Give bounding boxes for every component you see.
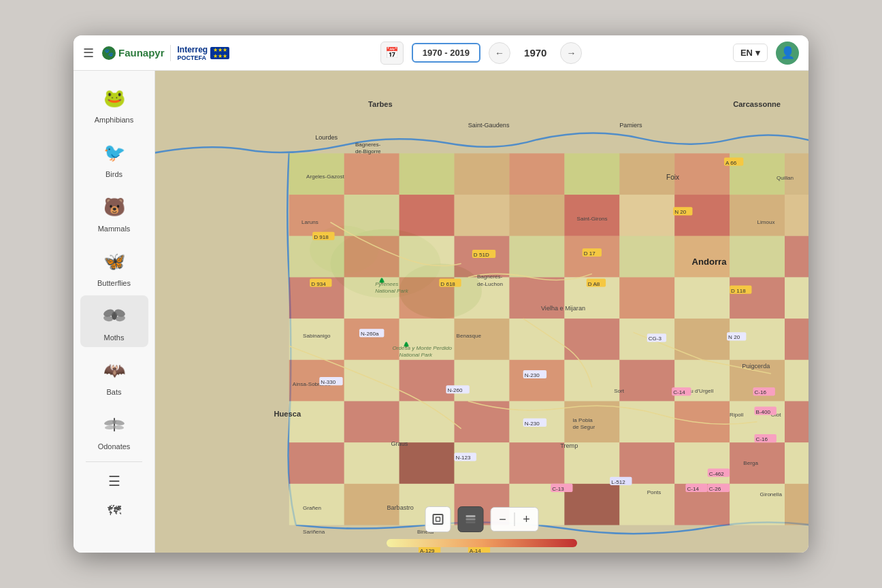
language-button[interactable]: EN ▾ [733, 44, 768, 62]
svg-text:N 20: N 20 [728, 334, 740, 340]
svg-text:C-16: C-16 [755, 389, 767, 395]
svg-rect-81 [619, 401, 674, 442]
svg-rect-30 [564, 195, 619, 236]
sidebar-item-moths[interactable]: Moths [80, 295, 148, 347]
sidebar-map-button[interactable]: 🗺 [80, 497, 148, 524]
svg-text:Huesca: Huesca [274, 410, 301, 418]
svg-rect-75 [289, 401, 344, 442]
svg-rect-39 [509, 236, 564, 278]
user-avatar[interactable]: 👤 [776, 42, 799, 65]
svg-text:N-330: N-330 [321, 379, 336, 385]
svg-rect-87 [399, 442, 455, 484]
svg-text:B-400: B-400 [756, 409, 771, 415]
svg-text:Ripoll: Ripoll [730, 412, 743, 418]
svg-text:🌲: 🌲 [403, 341, 410, 348]
svg-rect-84 [785, 401, 808, 442]
svg-text:Saint-Gaudens: Saint-Gaudens [468, 122, 510, 129]
map-icon: 🗺 [108, 503, 121, 519]
sidebar-item-birds[interactable]: 🐦 Birds [80, 132, 148, 184]
date-range-button[interactable]: 1970 - 2019 [412, 43, 480, 63]
svg-text:Ponts: Ponts [647, 489, 662, 495]
svg-rect-53 [730, 277, 785, 318]
svg-rect-31 [619, 195, 674, 236]
svg-rect-52 [674, 277, 730, 318]
svg-rect-17 [399, 153, 455, 195]
sidebar-item-amphibians[interactable]: 🐸 Amphibians [80, 78, 148, 129]
svg-text:C-14: C-14 [673, 389, 685, 395]
svg-rect-70 [564, 360, 619, 402]
svg-text:Limoux: Limoux [757, 219, 775, 225]
map-area[interactable]: Tarbes Carcassonne Lourdes Bagneres-de-B… [155, 71, 808, 553]
svg-rect-215 [466, 515, 476, 517]
svg-rect-43 [730, 236, 785, 278]
svg-rect-85 [289, 442, 344, 484]
sidebar-list-button[interactable]: ☰ [80, 468, 148, 495]
svg-rect-64 [785, 318, 808, 360]
bats-icon: 🦇 [99, 355, 129, 385]
amphibians-label: Amphibians [95, 116, 133, 124]
zoom-minus-button[interactable]: − [491, 508, 514, 531]
zoom-plus-button[interactable]: + [515, 508, 538, 531]
prev-year-button[interactable]: ← [489, 42, 510, 64]
svg-rect-71 [619, 360, 674, 402]
svg-rect-44 [785, 236, 808, 278]
svg-text:C-462: C-462 [709, 471, 725, 477]
svg-rect-34 [785, 195, 808, 236]
svg-text:Benasque: Benasque [457, 333, 482, 339]
svg-text:Tremp: Tremp [560, 442, 578, 449]
svg-text:Barbastro: Barbastro [387, 504, 413, 511]
next-year-button[interactable]: → [560, 42, 582, 64]
svg-rect-29 [509, 195, 564, 236]
sidebar-item-odonates[interactable]: Odonates [80, 404, 148, 456]
svg-text:Gironella: Gironella [760, 491, 783, 497]
svg-text:D 17: D 17 [584, 250, 596, 257]
svg-rect-82 [674, 401, 730, 442]
menu-icon[interactable]: ☰ [83, 46, 94, 61]
sidebar-item-mammals[interactable]: 🐻 Mammals [80, 186, 148, 238]
map-zoom-controls: − + [491, 507, 539, 532]
svg-text:A 66: A 66 [725, 160, 737, 166]
svg-text:National Park: National Park [399, 352, 433, 358]
svg-text:D 618: D 618 [440, 281, 455, 287]
svg-text:Foix: Foix [666, 174, 679, 181]
current-year-display: 1970 [519, 47, 552, 59]
svg-text:C-16: C-16 [756, 436, 768, 442]
butterflies-icon: 🦋 [99, 246, 129, 276]
svg-text:Carcassonne: Carcassonne [733, 100, 781, 108]
map-frame-button[interactable] [425, 506, 451, 532]
svg-rect-60 [564, 318, 619, 360]
svg-text:D 918: D 918 [314, 234, 329, 240]
interreg-text: Interreg [178, 45, 208, 54]
svg-text:Saint-Girons: Saint-Girons [577, 216, 608, 222]
svg-text:N-230: N-230 [525, 372, 540, 378]
svg-rect-26 [344, 195, 399, 236]
list-icon: ☰ [108, 473, 120, 489]
svg-rect-86 [344, 442, 399, 484]
svg-rect-55 [289, 318, 344, 360]
svg-rect-58 [455, 318, 510, 360]
map-layer-button[interactable] [458, 506, 484, 532]
bats-label: Bats [106, 388, 121, 396]
sidebar-item-bats[interactable]: 🦇 Bats [80, 350, 148, 402]
svg-rect-20 [564, 153, 619, 195]
svg-text:N-230: N-230 [525, 421, 540, 427]
sidebar-item-butterflies[interactable]: 🦋 Butterflies [80, 241, 148, 293]
svg-text:Vielha e Mijaran: Vielha e Mijaran [541, 305, 585, 312]
faunapyr-logo[interactable]: 🐾 Faunapyr [102, 46, 165, 60]
svg-text:Sariñena: Sariñena [303, 529, 325, 535]
mammals-label: Mammals [98, 225, 131, 233]
svg-text:Berga: Berga [743, 460, 758, 466]
svg-text:Pamiers: Pamiers [619, 122, 642, 129]
svg-rect-27 [399, 195, 455, 236]
moths-label: Moths [104, 333, 125, 342]
svg-rect-18 [455, 153, 510, 195]
map-controls-bottom: − + [425, 506, 539, 532]
svg-rect-33 [730, 195, 785, 236]
svg-text:D 118: D 118 [731, 288, 746, 294]
svg-text:Laruns: Laruns [301, 219, 318, 225]
svg-rect-35 [289, 236, 344, 278]
calendar-button[interactable]: 📅 [380, 42, 404, 65]
svg-rect-216 [466, 519, 476, 521]
svg-text:L-512: L-512 [611, 479, 625, 485]
logo-area: 🐾 Faunapyr Interreg POCTEFA ★★★★★★ [102, 45, 229, 61]
